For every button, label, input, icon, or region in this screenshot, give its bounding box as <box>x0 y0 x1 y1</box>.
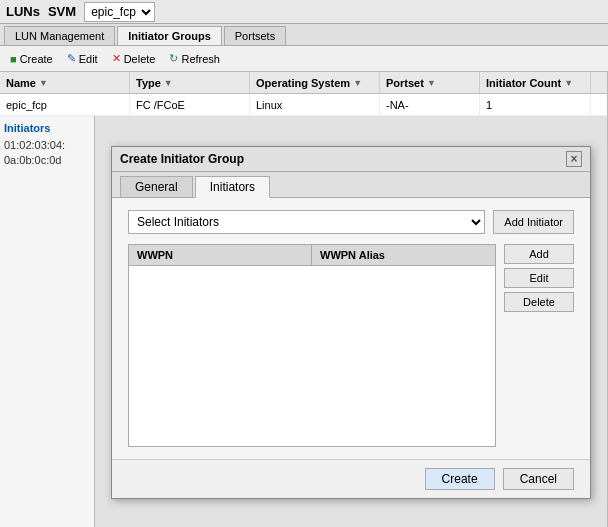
luns-label: LUNs <box>6 4 40 19</box>
refresh-button[interactable]: ↻ Refresh <box>165 51 224 66</box>
modal-cancel-button[interactable]: Cancel <box>503 468 574 490</box>
left-panel: Name ▼ Type ▼ Operating System ▼ Portset… <box>0 72 608 527</box>
sort-type-icon[interactable]: ▼ <box>164 78 173 88</box>
cell-ic: 1 <box>480 94 591 115</box>
cell-portset: -NA- <box>380 94 480 115</box>
sort-os-icon[interactable]: ▼ <box>353 78 362 88</box>
modal-overlay: Create Initiator Group × General Initiat… <box>95 116 607 527</box>
edit-side-button[interactable]: Edit <box>504 268 574 288</box>
modal-footer: Create Cancel <box>112 459 590 498</box>
add-initiator-button[interactable]: Add Initiator <box>493 210 574 234</box>
tab-general[interactable]: General <box>120 176 193 197</box>
initiator-select[interactable]: Select Initiators <box>128 210 485 234</box>
tab-portsets[interactable]: Portsets <box>224 26 286 45</box>
delete-button[interactable]: ✕ Delete <box>108 51 160 66</box>
sort-name-icon[interactable]: ▼ <box>39 78 48 88</box>
delete-label: Delete <box>124 53 156 65</box>
tab-lun-management[interactable]: LUN Management <box>4 26 115 45</box>
create-icon: ■ <box>10 53 17 65</box>
inner-table-container: WWPN WWPN Alias Add Edit Delete <box>128 244 574 447</box>
add-button[interactable]: Add <box>504 244 574 264</box>
edit-icon: ✎ <box>67 52 76 65</box>
modal-titlebar: Create Initiator Group × <box>112 147 590 172</box>
edit-button[interactable]: ✎ Edit <box>63 51 102 66</box>
col-type: Type ▼ <box>130 72 250 93</box>
edit-label: Edit <box>79 53 98 65</box>
refresh-icon: ↻ <box>169 52 178 65</box>
delete-icon: ✕ <box>112 52 121 65</box>
sort-portset-icon[interactable]: ▼ <box>427 78 436 88</box>
cell-os: Linux <box>250 94 380 115</box>
table-header: Name ▼ Type ▼ Operating System ▼ Portset… <box>0 72 607 94</box>
tab-nav: LUN Management Initiator Groups Portsets <box>0 24 608 46</box>
initiator-select-row: Select Initiators Add Initiator <box>128 210 574 234</box>
table-row[interactable]: epic_fcp FC /FCoE Linux -NA- 1 <box>0 94 607 116</box>
col-name: Name ▼ <box>0 72 130 93</box>
col-wwpn: WWPN <box>129 245 312 265</box>
delete-side-button[interactable]: Delete <box>504 292 574 312</box>
cell-name: epic_fcp <box>0 94 130 115</box>
tab-initiator-groups[interactable]: Initiator Groups <box>117 26 222 45</box>
create-initiator-group-dialog: Create Initiator Group × General Initiat… <box>111 146 591 499</box>
modal-create-button[interactable]: Create <box>425 468 495 490</box>
sidebar-initiators-value: 01:02:03:04:0a:0b:0c:0d <box>4 138 90 169</box>
refresh-label: Refresh <box>181 53 220 65</box>
cell-type: FC /FCoE <box>130 94 250 115</box>
modal-close-button[interactable]: × <box>566 151 582 167</box>
modal-title: Create Initiator Group <box>120 152 244 166</box>
main-content: Name ▼ Type ▼ Operating System ▼ Portset… <box>0 72 608 527</box>
modal-body: Select Initiators Add Initiator WWPN WWP… <box>112 198 590 459</box>
wwpn-table: WWPN WWPN Alias <box>128 244 496 447</box>
svm-dropdown[interactable]: epic_fcp <box>84 2 155 22</box>
col-wwpn-alias: WWPN Alias <box>312 245 495 265</box>
create-button[interactable]: ■ Create <box>6 52 57 66</box>
col-initiator-count: Initiator Count ▼ <box>480 72 591 93</box>
create-label: Create <box>20 53 53 65</box>
col-portset: Portset ▼ <box>380 72 480 93</box>
toolbar: ■ Create ✎ Edit ✕ Delete ↻ Refresh <box>0 46 608 72</box>
sidebar-initiators-label[interactable]: Initiators <box>4 122 90 134</box>
top-bar: LUNs SVM epic_fcp <box>0 0 608 24</box>
inner-table-header: WWPN WWPN Alias <box>129 245 495 266</box>
inner-table-body <box>129 266 495 446</box>
svm-label: SVM <box>48 4 76 19</box>
tab-initiators[interactable]: Initiators <box>195 176 270 198</box>
sort-ic-icon[interactable]: ▼ <box>564 78 573 88</box>
col-os: Operating System ▼ <box>250 72 380 93</box>
side-buttons: Add Edit Delete <box>504 244 574 447</box>
modal-tabs: General Initiators <box>112 172 590 198</box>
sidebar: Initiators 01:02:03:04:0a:0b:0c:0d <box>0 116 95 527</box>
